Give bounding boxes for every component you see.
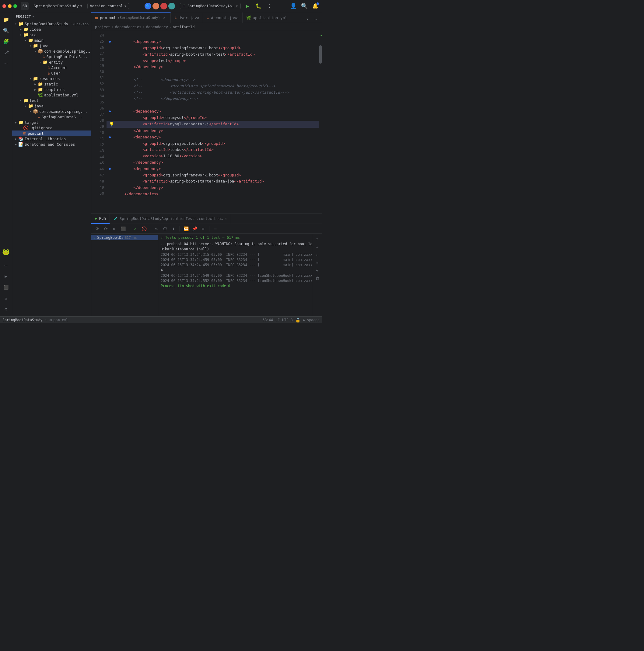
status-project[interactable]: SpringBootDataStudy	[2, 318, 42, 322]
debug-panel-icon[interactable]: ▶	[1, 271, 11, 281]
more-tools-icon[interactable]: ⋯	[1, 58, 11, 68]
settings-button[interactable]: ⚙	[199, 225, 207, 232]
tree-item-test[interactable]: ▾ 📁 test	[12, 98, 91, 103]
line-number: 25	[92, 38, 104, 44]
editor-scrollbar[interactable]: ✓	[319, 31, 322, 213]
tree-item-root[interactable]: ▾ 📁 SpringBootDataStudy ~/Desktop	[12, 21, 91, 27]
scroll-up-button[interactable]: ↑	[314, 235, 321, 242]
breadcrumb-dependencies[interactable]: dependencies	[115, 25, 142, 29]
search-icon[interactable]: 🔍	[300, 2, 309, 10]
tree-item-springboottest[interactable]: ☕ SpringBootDataS...	[12, 114, 91, 120]
rerun-failed-button[interactable]: ⟳	[102, 225, 110, 232]
code-content[interactable]: ● <dependency> <groupId>org.springframew…	[107, 31, 319, 213]
status-encoding[interactable]: UTF-8	[282, 318, 293, 322]
scrollbar-thumb[interactable]	[319, 45, 322, 64]
run-button[interactable]: ▶	[243, 2, 252, 10]
account-icon[interactable]: 👤	[289, 2, 298, 10]
tree-item-scratches[interactable]: ▶ 📝 Scratches and Consoles	[12, 142, 91, 147]
code-text: <dependency>	[115, 166, 161, 172]
tree-item-src[interactable]: ▾ 📁 src	[12, 32, 91, 37]
tree-label-templates: templates	[44, 87, 65, 92]
tree-item-main[interactable]: ▾ 📁 main	[12, 37, 91, 43]
project-selector[interactable]: SpringBootDataStudy ▾	[31, 3, 85, 9]
project-icon[interactable]: SB	[21, 2, 29, 10]
tab-test-run[interactable]: 🧪 SpringBootDataStudyApplicationTests.co…	[110, 214, 231, 224]
plugin-icon-3[interactable]	[160, 3, 167, 9]
rerun-button[interactable]: ⟳	[94, 225, 101, 232]
more-options-button[interactable]: ⋮	[265, 2, 273, 10]
console-output[interactable]: ✓ Tests passed: 1 of 1 test – 617 ms...p…	[158, 234, 312, 316]
maximize-button[interactable]	[13, 4, 17, 8]
print-button[interactable]: 🖨	[314, 267, 321, 274]
version-control-button[interactable]: Version control ▾	[87, 3, 129, 9]
status-git-icon[interactable]: 🔒	[295, 318, 300, 322]
run-coverage-button[interactable]: ▶	[111, 225, 118, 232]
pin-button[interactable]: 📌	[191, 225, 198, 232]
tab-applicationyml[interactable]: 🌿 application.yml	[242, 12, 291, 23]
tab-close-pom[interactable]: ✕	[162, 16, 167, 20]
tab-user[interactable]: ☕ User.java	[171, 12, 203, 23]
more-button[interactable]: ⋯	[212, 225, 219, 232]
plugin-icon-4[interactable]	[168, 3, 175, 9]
breadcrumb-artifactid[interactable]: artifactId	[173, 25, 195, 29]
show-passed-button[interactable]: ✓	[132, 225, 139, 232]
breadcrumb-project[interactable]: project	[95, 25, 111, 29]
tree-item-account[interactable]: ☕ Account	[12, 65, 91, 70]
import-button[interactable]: ⬇	[170, 225, 177, 232]
stop-button[interactable]: ⬛	[119, 225, 127, 232]
plugin-icon-2[interactable]	[152, 3, 159, 9]
tree-item-templates[interactable]: ▶ 📁 templates	[12, 87, 91, 92]
tree-item-springbootdata[interactable]: ☕ SpringBootDataS...	[12, 54, 91, 59]
test-item-root[interactable]: ✓ SpringBootDa 617 ms	[91, 235, 158, 240]
find-icon[interactable]: 🔍	[1, 26, 11, 35]
bottom-panel-icon[interactable]: ▭	[1, 260, 11, 270]
tree-item-user[interactable]: ☕ User	[12, 70, 91, 76]
wrap-down-button[interactable]: ↓↵	[314, 258, 321, 266]
test-tab-close[interactable]: ✕	[225, 217, 227, 221]
tree-item-package2[interactable]: ▾ 📦 com.example.spring...	[12, 108, 91, 114]
git-icon[interactable]: ⎇	[1, 48, 11, 57]
terminal-icon[interactable]: ⬛	[1, 282, 11, 292]
tree-item-package[interactable]: ▾ 📦 com.example.spring...	[12, 49, 91, 54]
tab-settings-button[interactable]: ⋯	[312, 16, 320, 23]
recent-files-button[interactable]: ▾	[304, 16, 311, 23]
tab-run[interactable]: ▶ Run	[91, 214, 110, 224]
toggle-autotest-button[interactable]: 🔁	[182, 225, 189, 232]
tree-item-target[interactable]: ▶ 📁 target	[12, 120, 91, 125]
tree-item-testjava[interactable]: ▾ 📁 java	[12, 103, 91, 108]
settings-icon[interactable]: ⚙	[1, 304, 11, 314]
tree-item-java[interactable]: ▾ 📁 java	[12, 43, 91, 49]
status-line-ending[interactable]: LF	[275, 318, 280, 322]
minimize-button[interactable]	[8, 4, 11, 8]
tree-item-resources[interactable]: ▾ 📁 resources	[12, 76, 91, 81]
filter-button[interactable]: 🚫	[140, 225, 148, 232]
breadcrumb-dependency[interactable]: dependency	[146, 25, 168, 29]
tree-item-applicationyml[interactable]: 🌿 application.yml	[12, 92, 91, 98]
plugin-icon-1[interactable]: 🔷	[145, 3, 151, 9]
plugins-icon[interactable]: 🧩	[1, 36, 11, 46]
debug-button[interactable]: 🐛	[254, 2, 263, 10]
tree-item-external[interactable]: ▶ 📚 External Libraries	[12, 136, 91, 142]
sort-duration-button[interactable]: ⏱	[161, 225, 169, 232]
soft-wrap-button[interactable]: ↵	[314, 251, 321, 258]
run-config-selector[interactable]: ⬡ SpringBootDataStudyApplicationTe...ext…	[180, 3, 241, 9]
clear-button[interactable]: 🗑	[314, 274, 321, 282]
tree-item-pomxml[interactable]: m pom.xml	[12, 130, 91, 136]
tree-item-idea[interactable]: ▶ 📁 .idea	[12, 27, 91, 32]
scroll-down-button[interactable]: ↓	[314, 243, 321, 250]
tree-item-static[interactable]: ▶ 📁 static	[12, 81, 91, 87]
tab-account[interactable]: ☕ Account.java	[203, 12, 242, 23]
notifications-icon[interactable]: 🔔	[311, 2, 320, 10]
status-branch[interactable]: ›	[45, 318, 47, 322]
sidebar-toggle-icon[interactable]: 📁	[1, 14, 11, 24]
status-indent[interactable]: 4 spaces	[303, 318, 320, 322]
problems-icon[interactable]: ⚠	[1, 293, 11, 303]
sort-az-button[interactable]: ⇅	[153, 225, 160, 232]
status-file[interactable]: m pom.xml	[50, 318, 68, 322]
close-button[interactable]	[2, 4, 6, 8]
tree-item-entity[interactable]: ▾ 📁 entity	[12, 59, 91, 65]
run-panel-icon[interactable]: 🐸	[1, 247, 11, 257]
tree-item-gitignore[interactable]: 🚫 .gitignore	[12, 125, 91, 130]
tab-pom[interactable]: m pom.xml (SpringBootDataStudy) ✕	[91, 12, 171, 23]
status-position[interactable]: 38:44	[263, 318, 273, 322]
